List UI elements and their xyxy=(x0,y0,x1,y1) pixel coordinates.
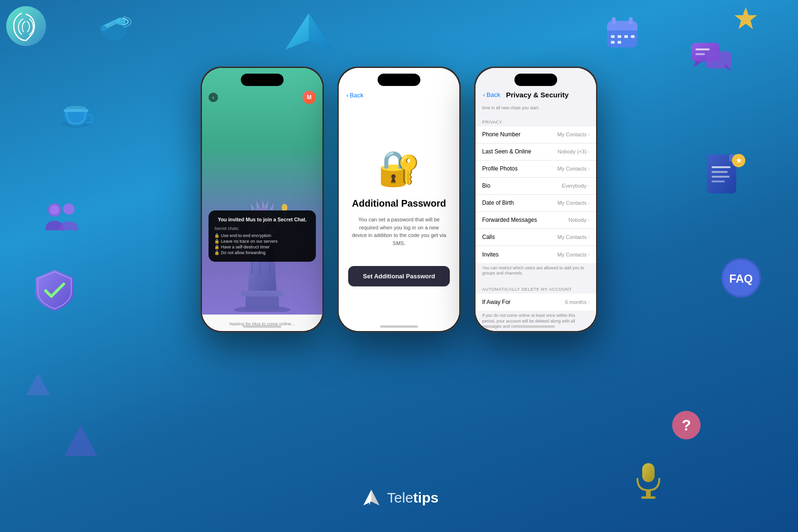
svg-point-25 xyxy=(62,120,90,127)
svg-rect-10 xyxy=(612,17,616,25)
svg-rect-26 xyxy=(64,109,88,112)
set-additional-password-button[interactable]: Set Additional Password xyxy=(348,266,450,286)
key-lock-emoji: 🔐 xyxy=(378,148,420,189)
svg-point-4 xyxy=(116,18,126,25)
phone2-content: ‹ Back 🔐 Additional Password You can set… xyxy=(339,68,459,331)
svg-rect-47 xyxy=(646,490,651,497)
svg-rect-24 xyxy=(695,53,705,55)
calls-setting: My Contacts xyxy=(558,234,587,240)
profile-photos-chevron: › xyxy=(588,166,589,171)
settings-row-profile-photos[interactable]: Profile Photos My Contacts › xyxy=(475,161,596,178)
phone1-inner: ‹ M xyxy=(202,68,323,331)
privacy-footer: You can restrict which users are allowed… xyxy=(475,263,596,281)
phone3-top-note: time in all new chats you start. xyxy=(475,103,596,114)
svg-point-28 xyxy=(48,203,61,217)
svg-point-1 xyxy=(101,21,127,40)
settings-row-invites[interactable]: Invites My Contacts › xyxy=(475,246,596,263)
triangle-left-deco xyxy=(62,423,100,461)
phone2-back-label: Back xyxy=(350,92,363,99)
svg-marker-31 xyxy=(64,425,97,456)
document-deco: ★ xyxy=(703,152,746,195)
calls-value: My Contacts › xyxy=(558,234,589,240)
svg-point-27 xyxy=(66,106,86,111)
phone3-dynamic-island xyxy=(514,74,557,86)
phone2-back-button[interactable]: ‹ Back xyxy=(346,92,363,99)
svg-point-0 xyxy=(6,6,46,46)
microphone-deco xyxy=(632,461,665,504)
svg-marker-22 xyxy=(724,63,732,71)
svg-point-34 xyxy=(723,260,759,296)
bio-setting: Everybody xyxy=(562,183,587,189)
settings-row-phone-number[interactable]: Phone Number My Contacts › xyxy=(475,126,596,143)
svg-rect-37 xyxy=(729,154,736,162)
if-away-setting: 6 months xyxy=(565,299,586,305)
shield-deco xyxy=(28,266,81,314)
svg-rect-19 xyxy=(691,43,720,62)
phone3-chevron: ‹ xyxy=(483,91,485,98)
secret-chat-popup: You invited Mus to join a Secret Chat. S… xyxy=(209,210,316,262)
settings-row-bio[interactable]: Bio Everybody › xyxy=(475,178,596,195)
svg-rect-14 xyxy=(624,35,628,38)
phone1-frame: ‹ M xyxy=(200,66,324,332)
calls-label: Calls xyxy=(482,234,495,240)
date-of-birth-setting: My Contacts xyxy=(558,200,587,206)
settings-row-last-seen[interactable]: Last Seen & Online Nobody (+3) › xyxy=(475,143,596,161)
logo-tips: tips xyxy=(413,490,438,506)
popup-item-1: 🔒 Use end-to-end encryption xyxy=(214,233,310,238)
if-away-value: 6 months › xyxy=(565,299,589,305)
logo-tele: Tele xyxy=(387,490,413,506)
phone1-back-btn[interactable]: ‹ xyxy=(209,93,218,102)
settings-row-if-away[interactable]: If Away For 6 months › xyxy=(475,294,596,311)
calendar-deco xyxy=(603,14,641,52)
svg-marker-32 xyxy=(26,373,50,395)
profile-photos-setting: My Contacts xyxy=(558,166,587,171)
phone1-footer: Waiting for Mus to come online... xyxy=(202,314,323,331)
svg-point-44 xyxy=(672,411,701,439)
popup-item-3: 🔒 Have a self-destruct timer xyxy=(214,245,310,249)
phone3-inner: ‹ Back Privacy & Security time in all ne… xyxy=(475,68,596,331)
auto-delete-footer: If you do not come online at least once … xyxy=(475,311,596,331)
settings-row-date-of-birth[interactable]: Date of Birth My Contacts › xyxy=(475,195,596,212)
star-deco xyxy=(732,5,760,33)
svg-rect-40 xyxy=(712,176,730,178)
popup-item-2: 🔒 Leave no trace on our servers xyxy=(214,239,310,244)
svg-rect-11 xyxy=(629,17,633,25)
svg-text:?: ? xyxy=(682,417,691,434)
svg-rect-15 xyxy=(631,35,635,38)
svg-rect-46 xyxy=(642,463,655,482)
svg-rect-48 xyxy=(641,496,656,499)
settings-row-forwarded-messages[interactable]: Forwarded Messages Nobody › xyxy=(475,212,596,229)
svg-marker-56 xyxy=(262,199,265,208)
popup-title: You invited Mus to join a Secret Chat. xyxy=(214,216,310,223)
megaphone-deco xyxy=(95,10,133,48)
phone1-dynamic-island xyxy=(241,74,284,86)
phone2-bottom-bar xyxy=(380,325,418,328)
svg-rect-13 xyxy=(618,35,621,38)
forwarded-messages-label: Forwarded Messages xyxy=(482,217,537,223)
last-seen-label: Last Seen & Online xyxy=(482,148,531,155)
teacup-deco xyxy=(57,95,95,133)
invites-chevron: › xyxy=(588,252,589,257)
settings-row-calls[interactable]: Calls My Contacts › xyxy=(475,229,596,246)
question-mark-deco: ? xyxy=(670,408,703,446)
svg-marker-55 xyxy=(256,200,260,209)
svg-rect-41 xyxy=(712,180,725,182)
last-seen-setting: Nobody (+3) xyxy=(558,149,587,154)
faq-deco: FAQ xyxy=(712,256,770,294)
invites-label: Invites xyxy=(482,251,499,258)
svg-marker-63 xyxy=(371,490,380,505)
svg-rect-51 xyxy=(241,291,284,296)
phones-container: ‹ M xyxy=(200,66,598,332)
phone2-body: 🔐 Additional Password You can set a pass… xyxy=(339,104,459,331)
date-of-birth-label: Date of Birth xyxy=(482,200,514,206)
svg-text:★: ★ xyxy=(736,157,742,164)
phone-number-setting: My Contacts xyxy=(558,132,587,137)
auto-delete-header: AUTOMATICALLY DELETE MY ACCOUNT xyxy=(475,281,596,294)
svg-point-29 xyxy=(63,203,75,215)
bio-chevron: › xyxy=(588,183,589,189)
if-away-label: If Away For xyxy=(482,299,511,305)
svg-rect-39 xyxy=(712,171,728,173)
svg-point-33 xyxy=(721,258,761,298)
phone2-title: Additional Password xyxy=(352,198,446,209)
svg-text:T: T xyxy=(368,500,371,505)
